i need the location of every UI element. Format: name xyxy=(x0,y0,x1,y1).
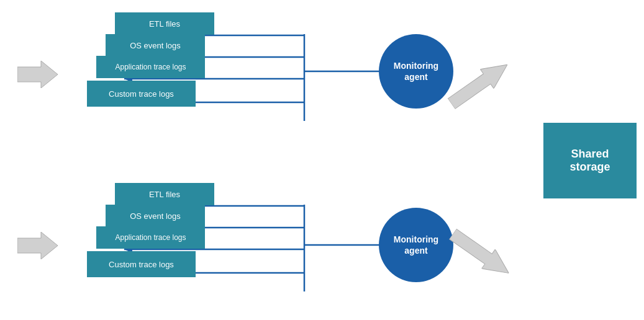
shared-storage-box: Shared storage xyxy=(543,123,637,198)
svg-marker-20 xyxy=(17,61,58,88)
agent1-to-storage-arrow xyxy=(445,55,515,115)
input-arrow-2 xyxy=(17,232,58,262)
box-group2-os: OS event logs xyxy=(106,205,205,227)
box-group2-app: Application trace logs xyxy=(96,226,205,249)
agent2-to-storage-arrow xyxy=(445,224,515,285)
diagram: ETL files OS event logs Application trac… xyxy=(0,0,644,320)
box-group1-etl: ETL files xyxy=(115,12,214,35)
svg-marker-23 xyxy=(446,224,515,283)
box-group1-custom: Custom trace logs xyxy=(87,81,196,107)
box-group1-os: OS event logs xyxy=(106,34,205,56)
agent-circle-2: Monitoring agent xyxy=(379,208,453,282)
box-group1-app: Application trace logs xyxy=(96,56,205,78)
input-arrow-1 xyxy=(17,61,58,91)
agent-circle-1: Monitoring agent xyxy=(379,34,453,109)
box-group2-custom: Custom trace logs xyxy=(87,251,196,277)
svg-marker-21 xyxy=(17,232,58,259)
box-group2-etl: ETL files xyxy=(115,183,214,205)
svg-marker-22 xyxy=(445,55,514,113)
